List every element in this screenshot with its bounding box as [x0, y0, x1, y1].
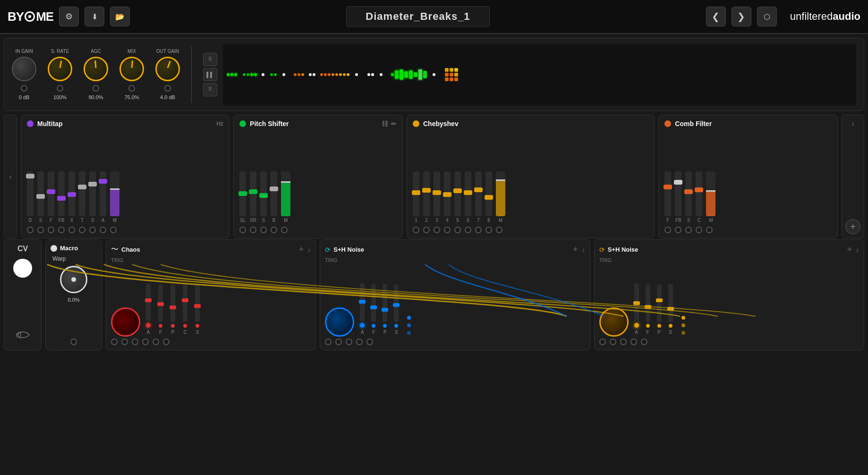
sh-noise-2-add-button[interactable]: +	[847, 245, 852, 254]
grid-view-button[interactable]: ⠿	[203, 83, 217, 96]
view-buttons: ⠿ ▌▌ ⠿	[203, 53, 217, 96]
macro-title: Macro	[60, 245, 78, 252]
chaos-F: F	[158, 284, 163, 335]
add-plugin-button[interactable]: +	[845, 219, 860, 234]
fader-S2: S	[89, 171, 96, 223]
fader-B: B	[271, 171, 277, 223]
fader-FB-cf: FB	[675, 171, 681, 223]
sh-noise-1-main-knob[interactable]	[325, 307, 354, 337]
sh-A: A	[360, 283, 365, 335]
sh-S: S	[394, 284, 399, 335]
next-preset-button[interactable]: ❯	[732, 7, 751, 26]
settings-button[interactable]: ⚙	[59, 7, 79, 26]
bars-view-button[interactable]: ▌▌	[203, 68, 217, 81]
sh-noise-2-icon: ⟳	[599, 246, 605, 254]
sh-noise-1-note-button[interactable]: ♪	[582, 245, 585, 254]
left-scroll-panel: ‹	[4, 115, 17, 238]
in-gain-group: IN GAIN 0 dB	[12, 49, 36, 100]
pitch-shifter-dot[interactable]	[239, 120, 246, 127]
mix-group: MIX 75.0%	[119, 49, 144, 100]
fader-S1: S	[37, 171, 44, 223]
sh-F: F	[371, 284, 376, 335]
random-preset-button[interactable]: ⬡	[757, 7, 777, 26]
fader-M: M	[110, 171, 119, 223]
multitap-title: Multitap	[37, 120, 63, 127]
sh-noise-2-main-knob[interactable]	[599, 307, 629, 337]
fader-2: 2	[423, 171, 430, 223]
sh-noise-1-add-button[interactable]: +	[573, 245, 578, 254]
fader-7: 7	[475, 171, 482, 223]
chaos-A: A	[146, 283, 151, 335]
out-gain-label: OUT GAIN	[156, 49, 179, 54]
warp-label: Warp	[51, 255, 66, 262]
chaos-P: P	[170, 284, 175, 335]
fader-F: F	[48, 171, 54, 223]
in-gain-knob[interactable]	[12, 57, 36, 81]
in-gain-value: 0 dB	[19, 94, 30, 100]
sh-noise-1-module: ⟳ S+H Noise + ♪ TRIG	[320, 239, 590, 350]
fader-A: A	[100, 171, 106, 223]
s-rate-knob[interactable]	[48, 57, 72, 81]
mix-label: MIX	[128, 49, 136, 54]
s-rate-value: 100%	[53, 94, 67, 100]
chaos-module: 〜 Chaos + ♪ TRIG	[106, 239, 316, 350]
agc-value: 90.0%	[88, 94, 103, 100]
edit-icon[interactable]: ✏	[391, 120, 397, 127]
chaos-title: Chaos	[121, 246, 140, 253]
dots-view-button[interactable]: ⠿	[203, 53, 217, 66]
agc-knob[interactable]	[84, 57, 108, 81]
warp-value: 0.0%	[68, 297, 79, 303]
fader-D: D	[27, 171, 34, 223]
chebyshev-title: Chebyshev	[423, 120, 459, 127]
sh2-S: S	[668, 284, 673, 335]
comb-filter-dot[interactable]	[664, 120, 671, 127]
multitap-header: Multitap Hz	[27, 120, 223, 127]
sh-noise-2-note-button[interactable]: ♪	[856, 245, 859, 254]
chaos-main-knob[interactable]	[111, 307, 140, 337]
chaos-S: S	[195, 284, 200, 335]
visualizer-area	[223, 44, 856, 105]
sh2-F: F	[646, 284, 650, 335]
agc-label: AGC	[91, 49, 101, 54]
pitch-shifter-faders: SL SR S B	[239, 131, 397, 225]
scroll-left-button[interactable]: ‹	[9, 172, 12, 182]
macro-connector	[70, 339, 77, 345]
warp-knob[interactable]	[60, 266, 87, 293]
fader-M-ps: M	[281, 171, 290, 223]
sh2-P: P	[657, 284, 662, 335]
sh-P: P	[383, 284, 387, 335]
fader-1: 1	[413, 171, 419, 223]
chaos-trig-label: TRIG	[111, 257, 311, 263]
agc-group: AGC 90.0%	[84, 49, 108, 100]
mix-value: 75.0%	[124, 94, 139, 100]
multitap-controls: Hz	[216, 120, 223, 127]
scroll-right-button[interactable]: ›	[851, 119, 854, 129]
fader-5: 5	[454, 171, 461, 223]
cv-big-dot[interactable]	[13, 259, 32, 278]
folder-button[interactable]: 📂	[110, 7, 130, 26]
fader-SR: SR	[250, 171, 256, 223]
comb-filter-faders: F FB S C	[664, 131, 832, 225]
fader-SL: SL	[239, 171, 246, 223]
chaos-add-button[interactable]: +	[299, 245, 304, 254]
mix-knob[interactable]	[119, 57, 144, 81]
cv-module: CV	[4, 239, 42, 350]
chaos-note-button[interactable]: ♪	[307, 245, 311, 254]
preset-name: Diameter_Breaks_1	[346, 6, 489, 27]
comb-filter-header: Comb Filter	[664, 120, 832, 127]
link-icon[interactable]: ⛓	[382, 120, 388, 127]
macro-dot	[51, 245, 57, 252]
out-gain-knob[interactable]	[155, 57, 180, 81]
prev-preset-button[interactable]: ❮	[706, 7, 726, 26]
s-rate-label: S. RATE	[51, 49, 69, 54]
s-rate-group: S. RATE 100%	[48, 49, 72, 100]
download-button[interactable]: ⬇	[85, 7, 104, 26]
comb-filter-connectors	[664, 227, 832, 233]
sh-noise-1-trig-label: TRIG	[325, 257, 585, 263]
chebyshev-dot[interactable]	[413, 120, 419, 127]
fader-T: T	[79, 171, 85, 223]
control-bar: IN GAIN 0 dB S. RATE 100% AGC	[4, 38, 864, 111]
eye-button[interactable]	[15, 330, 30, 341]
multitap-status-dot[interactable]	[27, 120, 34, 127]
fader-X: X	[68, 171, 75, 223]
